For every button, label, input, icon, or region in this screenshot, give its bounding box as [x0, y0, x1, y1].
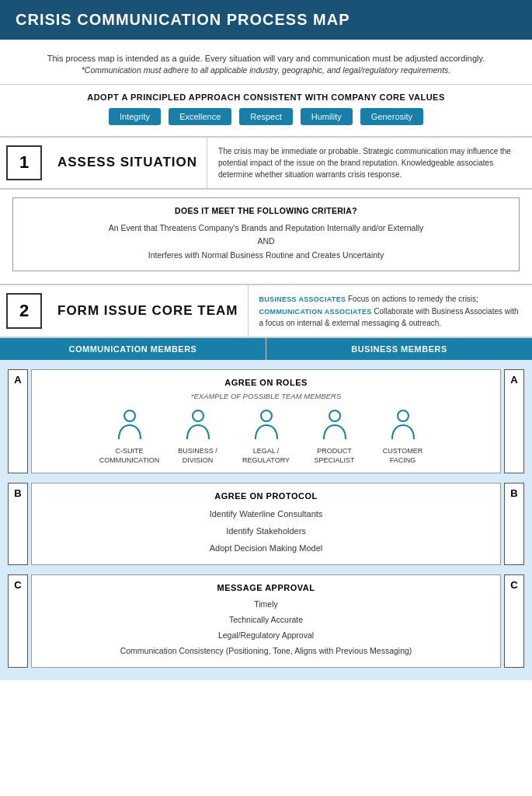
- section1-row: 1 ASSESS SITUATION The crisis may be imm…: [0, 138, 532, 190]
- criteria-line1: An Event that Threatens Company's Brands…: [109, 223, 424, 232]
- value-badge: Integrity: [109, 108, 161, 125]
- members-bar: COMMUNICATION MEMBERS BUSINESS MEMBERS: [0, 338, 532, 360]
- msg-item-2: Technically Accurate: [41, 613, 491, 628]
- criteria-line2: AND: [257, 236, 274, 246]
- person-icon: [184, 408, 212, 442]
- section1-title: ASSESS SITUATION: [57, 155, 197, 170]
- protocol-item-2: Identify Stakeholders: [41, 522, 491, 539]
- svg-point-1: [193, 410, 203, 421]
- value-badge: Generosity: [360, 108, 423, 125]
- subsection-b: B AGREE ON PROTOCOL Identify Waterline C…: [8, 483, 524, 565]
- subsection-a-title: AGREE ON ROLES: [41, 378, 491, 387]
- person-icon: [321, 408, 349, 442]
- criteria-text: An Event that Threatens Company's Brands…: [26, 222, 506, 264]
- svg-point-4: [398, 410, 409, 421]
- svg-point-2: [261, 410, 272, 421]
- section2-row: 2 FORM ISSUE CORE TEAM BUSINESS ASSOCIAT…: [0, 284, 532, 338]
- biz-members-label: BUSINESS MEMBERS: [266, 338, 532, 360]
- team-member: PRODUCT SPECIALIST: [308, 408, 362, 465]
- protocol-item-3: Adopt Decision Making Model: [41, 539, 491, 557]
- member-label: BUSINESS / DIVISION: [178, 447, 217, 465]
- sub-letter-a-right: A: [504, 369, 524, 473]
- subsection-a: A AGREE ON ROLES *EXAMPLE OF POSSIBLE TE…: [8, 369, 524, 473]
- intro-italic: *Communication must adhere to all applic…: [19, 65, 513, 75]
- msg-item-1: Timely: [41, 597, 491, 613]
- subsection-b-title: AGREE ON PROTOCOL: [41, 491, 491, 501]
- member-label: C-SUITE COMMUNICATION: [99, 447, 159, 465]
- sub-letter-b-left: B: [8, 483, 28, 565]
- business-associates-desc: Focus on actions to remedy the crisis;: [348, 295, 478, 303]
- subsection-c-content: MESSAGE APPROVAL Timely Technically Accu…: [31, 574, 501, 668]
- header: CRISIS COMMUNICATION PROCESS MAP: [0, 0, 532, 40]
- team-member: LEGAL / REGULATORY: [239, 408, 294, 465]
- section1-title-box: ASSESS SITUATION: [48, 138, 207, 188]
- sub-letter-c-right: C: [504, 574, 524, 668]
- criteria-title: DOES IT MEET THE FOLLOWING CRITERIA?: [26, 206, 506, 215]
- person-icon: [389, 408, 417, 442]
- subsection-c-title: MESSAGE APPROVAL: [41, 583, 491, 592]
- person-icon: [116, 408, 144, 442]
- section2-number: 2: [6, 293, 42, 329]
- svg-point-3: [329, 410, 340, 421]
- subsection-b-content: AGREE ON PROTOCOL Identify Waterline Con…: [31, 483, 501, 565]
- intro-section: This process map is intended as a guide.…: [0, 40, 532, 85]
- protocol-item-1: Identify Waterline Consultants: [41, 505, 491, 522]
- sub-letter-b-right: B: [504, 483, 524, 565]
- values-row: IntegrityExcellenceRespectHumilityGenero…: [19, 108, 513, 125]
- page-title: CRISIS COMMUNICATION PROCESS MAP: [16, 11, 516, 29]
- subsection-a-subtitle: *EXAMPLE OF POSSIBLE TEAM MEMBERS: [41, 392, 491, 400]
- sub-letter-c-left: C: [8, 574, 28, 668]
- section2-title-box: FORM ISSUE CORE TEAM: [48, 285, 249, 337]
- person-icon: [252, 408, 280, 442]
- criteria-box: DOES IT MEET THE FOLLOWING CRITERIA? An …: [12, 197, 520, 272]
- section1-description: The crisis may be immediate or probable.…: [207, 138, 532, 188]
- value-badge: Respect: [239, 108, 292, 125]
- section1-number: 1: [6, 145, 42, 180]
- section2-description: BUSINESS ASSOCIATES Focus on actions to …: [249, 285, 532, 337]
- comm-members-label: COMMUNICATION MEMBERS: [0, 338, 266, 360]
- member-label: LEGAL / REGULATORY: [242, 447, 290, 465]
- member-label: PRODUCT SPECIALIST: [314, 447, 354, 465]
- message-approval-list: Timely Technically Accurate Legal/Regula…: [41, 597, 491, 659]
- value-badge: Excellence: [169, 108, 231, 125]
- team-member: BUSINESS / DIVISION: [171, 408, 225, 465]
- criteria-line3: Interferes with Normal Business Routine …: [148, 250, 384, 260]
- msg-item-3: Legal/Regulatory Approval: [41, 628, 491, 644]
- blue-section: COMMUNICATION MEMBERS BUSINESS MEMBERS A…: [0, 338, 532, 680]
- svg-point-0: [124, 410, 135, 421]
- subsection-a-content: AGREE ON ROLES *EXAMPLE OF POSSIBLE TEAM…: [31, 369, 501, 473]
- member-label: CUSTOMER FACING: [383, 447, 422, 465]
- business-associates-label: BUSINESS ASSOCIATES: [259, 295, 346, 303]
- value-badge: Humility: [301, 108, 353, 125]
- team-member: C-SUITE COMMUNICATION: [103, 408, 157, 465]
- subsection-c: C MESSAGE APPROVAL Timely Technically Ac…: [8, 574, 524, 668]
- comm-associates-label: COMMUNICATION ASSOCIATES: [259, 308, 372, 316]
- sub-letter-a-left: A: [8, 369, 28, 473]
- team-row: C-SUITE COMMUNICATIONBUSINESS / DIVISION…: [41, 408, 491, 465]
- core-values-title: ADOPT A PRINCIPLED APPROACH CONSISTENT W…: [19, 93, 513, 102]
- section2-title: FORM ISSUE CORE TEAM: [57, 303, 238, 319]
- msg-item-4: Communication Consistency (Positioning, …: [41, 644, 491, 659]
- intro-text: This process map is intended as a guide.…: [19, 52, 513, 65]
- team-member: CUSTOMER FACING: [376, 408, 430, 465]
- section1-wrapper: 1 ASSESS SITUATION The crisis may be imm…: [0, 138, 532, 272]
- subsection-b-list: Identify Waterline Consultants Identify …: [41, 505, 491, 557]
- core-values-section: ADOPT A PRINCIPLED APPROACH CONSISTENT W…: [0, 85, 532, 138]
